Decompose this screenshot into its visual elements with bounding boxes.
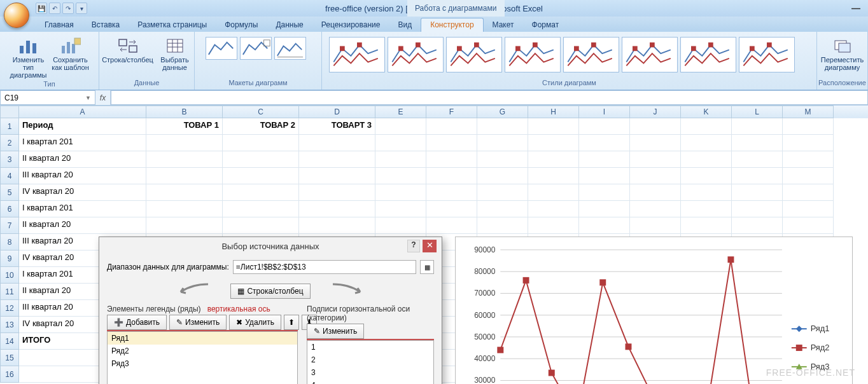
- list-item[interactable]: 1: [307, 341, 433, 353]
- cell[interactable]: [630, 151, 681, 168]
- edit-series-button[interactable]: ✎Изменить: [169, 315, 227, 330]
- chart-layouts-gallery[interactable]: [204, 36, 312, 61]
- column-header[interactable]: C: [223, 106, 299, 118]
- cell[interactable]: II квартал 20: [19, 151, 146, 168]
- qat-redo-icon[interactable]: ↷: [62, 3, 74, 14]
- name-box[interactable]: C19▼: [0, 90, 95, 105]
- style-thumb[interactable]: [446, 37, 502, 72]
- cell[interactable]: [477, 151, 528, 168]
- cell[interactable]: [299, 135, 375, 151]
- style-thumb[interactable]: [388, 37, 444, 72]
- tab-рецензирование[interactable]: Рецензирование: [312, 18, 389, 32]
- move-chart-button[interactable]: Переместить диаграмму: [820, 36, 865, 71]
- style-thumb[interactable]: [563, 37, 619, 72]
- cell[interactable]: [783, 168, 834, 184]
- row-header[interactable]: 2: [0, 135, 19, 151]
- row-header[interactable]: 9: [0, 250, 19, 267]
- cell[interactable]: [681, 217, 732, 234]
- cell[interactable]: [223, 184, 299, 201]
- list-item[interactable]: 4: [307, 379, 433, 384]
- fx-icon[interactable]: fx: [95, 90, 111, 105]
- cell[interactable]: [732, 118, 783, 135]
- tab-главная[interactable]: Главная: [36, 18, 83, 32]
- row-header[interactable]: 12: [0, 300, 19, 317]
- cell[interactable]: [579, 118, 630, 135]
- cell[interactable]: [783, 217, 834, 234]
- style-thumb[interactable]: [622, 37, 678, 72]
- cell[interactable]: [223, 217, 299, 234]
- cell[interactable]: IV квартал 20: [19, 184, 146, 201]
- style-thumb[interactable]: [680, 37, 736, 72]
- cell[interactable]: [375, 168, 426, 184]
- cell[interactable]: [223, 168, 299, 184]
- style-thumb[interactable]: [329, 37, 385, 72]
- cell[interactable]: [783, 201, 834, 217]
- cell[interactable]: [528, 217, 579, 234]
- cell[interactable]: [579, 151, 630, 168]
- chart-data-range-input[interactable]: [233, 260, 416, 274]
- cell[interactable]: [681, 151, 732, 168]
- column-header[interactable]: L: [732, 106, 783, 118]
- row-header[interactable]: 10: [0, 267, 19, 284]
- cell[interactable]: [375, 151, 426, 168]
- cell[interactable]: II квартал 20: [19, 217, 146, 234]
- cell[interactable]: [528, 118, 579, 135]
- column-header[interactable]: I: [579, 106, 630, 118]
- cell[interactable]: [426, 168, 477, 184]
- cell[interactable]: [579, 184, 630, 201]
- cell[interactable]: [299, 201, 375, 217]
- cell[interactable]: [146, 135, 223, 151]
- cell[interactable]: ТОВАР 1: [146, 118, 223, 135]
- embedded-chart[interactable]: 0100002000030000400005000060000700008000…: [455, 237, 853, 384]
- cell[interactable]: [146, 217, 223, 234]
- cell[interactable]: [426, 118, 477, 135]
- row-header[interactable]: 15: [0, 350, 19, 366]
- cell[interactable]: [426, 184, 477, 201]
- cell[interactable]: [146, 168, 223, 184]
- change-chart-type-button[interactable]: Изменить тип диаграммы: [9, 36, 48, 79]
- row-header[interactable]: 11: [0, 284, 19, 300]
- switch-row-column-button[interactable]: Строка/столбец: [101, 36, 155, 64]
- series-listbox[interactable]: Ряд1Ряд2Ряд3: [107, 331, 298, 384]
- column-header[interactable]: D: [299, 106, 375, 118]
- list-item[interactable]: Ряд1: [108, 332, 297, 345]
- cell[interactable]: [630, 168, 681, 184]
- cell[interactable]: [375, 217, 426, 234]
- cell[interactable]: [528, 151, 579, 168]
- tab-формулы[interactable]: Формулы: [216, 18, 267, 32]
- categories-listbox[interactable]: 12345: [307, 340, 434, 384]
- row-header[interactable]: 5: [0, 184, 19, 201]
- cell[interactable]: [732, 184, 783, 201]
- cell[interactable]: [426, 135, 477, 151]
- cell[interactable]: [783, 151, 834, 168]
- cell[interactable]: [630, 135, 681, 151]
- tab-вид[interactable]: Вид: [389, 18, 421, 32]
- cell[interactable]: [579, 135, 630, 151]
- cell[interactable]: [630, 201, 681, 217]
- cell[interactable]: [579, 168, 630, 184]
- select-all-corner[interactable]: [0, 106, 19, 118]
- cell[interactable]: I квартал 201: [19, 201, 146, 217]
- column-header[interactable]: A: [19, 106, 146, 118]
- column-header[interactable]: E: [375, 106, 426, 118]
- cell[interactable]: [630, 118, 681, 135]
- add-series-button[interactable]: ➕Добавить: [107, 315, 167, 330]
- cell[interactable]: [477, 168, 528, 184]
- row-header[interactable]: 7: [0, 217, 19, 234]
- cell[interactable]: [732, 217, 783, 234]
- cell[interactable]: ТОВАР 2: [223, 118, 299, 135]
- layout-thumb[interactable]: [240, 37, 272, 60]
- cell[interactable]: [477, 118, 528, 135]
- cell[interactable]: [223, 135, 299, 151]
- row-header[interactable]: 4: [0, 168, 19, 184]
- qat-customize-icon[interactable]: ▾: [76, 3, 87, 14]
- cell[interactable]: [375, 135, 426, 151]
- style-thumb[interactable]: [739, 37, 795, 72]
- layout-thumb[interactable]: [274, 37, 306, 60]
- cell[interactable]: [528, 184, 579, 201]
- tab-формат[interactable]: Формат: [523, 18, 568, 32]
- list-item[interactable]: Ряд2: [108, 345, 297, 357]
- remove-series-button[interactable]: ✖Удалить: [229, 315, 281, 330]
- cell[interactable]: [681, 201, 732, 217]
- cell[interactable]: [299, 168, 375, 184]
